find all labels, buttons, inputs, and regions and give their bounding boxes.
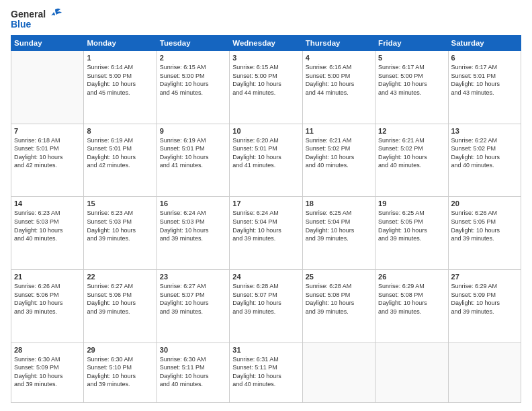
day-info: Sunrise: 6:30 AMSunset: 5:11 PMDaylight:… [160,355,226,389]
calendar-cell: 6Sunrise: 6:17 AMSunset: 5:01 PMDaylight… [448,51,521,124]
day-number: 24 [232,273,299,281]
calendar-cell: 30Sunrise: 6:30 AMSunset: 5:11 PMDayligh… [157,342,229,402]
logo-container: General Blue [11,8,62,30]
day-info: Sunrise: 6:24 AMSunset: 5:04 PMDaylight:… [232,209,299,242]
day-info: Sunrise: 6:21 AMSunset: 5:02 PMDaylight:… [378,136,445,170]
calendar-cell: 26Sunrise: 6:29 AMSunset: 5:08 PMDayligh… [375,269,448,342]
day-info: Sunrise: 6:28 AMSunset: 5:07 PMDaylight:… [232,282,299,316]
calendar-cell: 24Sunrise: 6:28 AMSunset: 5:07 PMDayligh… [230,269,302,342]
calendar-cell [302,342,375,402]
calendar-cell: 4Sunrise: 6:16 AMSunset: 5:00 PMDaylight… [302,51,375,124]
day-info: Sunrise: 6:17 AMSunset: 5:01 PMDaylight:… [451,63,518,97]
day-number: 26 [378,273,445,281]
weekday-header: Thursday [302,36,375,51]
calendar-cell: 28Sunrise: 6:30 AMSunset: 5:09 PMDayligh… [11,342,84,402]
day-number: 31 [232,346,299,354]
day-info: Sunrise: 6:26 AMSunset: 5:05 PMDaylight:… [451,209,518,242]
day-number: 1 [87,54,153,62]
day-number: 9 [160,127,226,135]
calendar-cell: 27Sunrise: 6:29 AMSunset: 5:09 PMDayligh… [448,269,521,342]
calendar-cell: 19Sunrise: 6:25 AMSunset: 5:05 PMDayligh… [375,197,448,270]
calendar-cell: 2Sunrise: 6:15 AMSunset: 5:00 PMDaylight… [157,51,229,124]
calendar-cell: 15Sunrise: 6:23 AMSunset: 5:03 PMDayligh… [84,197,157,270]
calendar-week-row: 14Sunrise: 6:23 AMSunset: 5:03 PMDayligh… [11,197,521,270]
day-info: Sunrise: 6:18 AMSunset: 5:01 PMDaylight:… [14,136,81,170]
calendar-week-row: 7Sunrise: 6:18 AMSunset: 5:01 PMDaylight… [11,124,521,197]
day-info: Sunrise: 6:27 AMSunset: 5:06 PMDaylight:… [87,282,153,316]
day-info: Sunrise: 6:29 AMSunset: 5:08 PMDaylight:… [378,282,445,316]
day-info: Sunrise: 6:15 AMSunset: 5:00 PMDaylight:… [160,63,226,97]
calendar-cell: 10Sunrise: 6:20 AMSunset: 5:01 PMDayligh… [230,124,302,197]
day-info: Sunrise: 6:24 AMSunset: 5:03 PMDaylight:… [160,209,226,242]
calendar-cell: 29Sunrise: 6:30 AMSunset: 5:10 PMDayligh… [84,342,157,402]
calendar-cell: 22Sunrise: 6:27 AMSunset: 5:06 PMDayligh… [84,269,157,342]
weekday-header: Tuesday [157,36,229,51]
day-info: Sunrise: 6:16 AMSunset: 5:00 PMDaylight:… [306,63,372,97]
day-number: 10 [232,127,299,135]
day-number: 18 [306,199,372,208]
calendar-cell: 1Sunrise: 6:14 AMSunset: 5:00 PMDaylight… [84,51,157,124]
day-info: Sunrise: 6:23 AMSunset: 5:03 PMDaylight:… [87,209,153,242]
calendar-cell [375,342,448,402]
day-number: 17 [232,199,299,208]
day-number: 25 [306,273,372,281]
calendar-cell: 12Sunrise: 6:21 AMSunset: 5:02 PMDayligh… [375,124,448,197]
page: General Blue SundayMondayTuesdayWednesda… [0,0,532,411]
calendar-cell [448,342,521,402]
calendar-cell: 16Sunrise: 6:24 AMSunset: 5:03 PMDayligh… [157,197,229,270]
day-info: Sunrise: 6:21 AMSunset: 5:02 PMDaylight:… [306,136,372,170]
day-number: 30 [160,346,226,354]
calendar-cell: 23Sunrise: 6:27 AMSunset: 5:07 PMDayligh… [157,269,229,342]
logo-general-text: General [11,9,46,19]
logo-blue-text: Blue [11,19,31,30]
day-info: Sunrise: 6:19 AMSunset: 5:01 PMDaylight:… [160,136,226,170]
day-info: Sunrise: 6:31 AMSunset: 5:11 PMDaylight:… [232,355,299,389]
calendar-cell: 7Sunrise: 6:18 AMSunset: 5:01 PMDaylight… [11,124,84,197]
day-number: 7 [14,127,81,135]
calendar-cell: 8Sunrise: 6:19 AMSunset: 5:01 PMDaylight… [84,124,157,197]
weekday-header: Wednesday [230,36,302,51]
day-number: 28 [14,346,81,354]
logo: General Blue [11,8,62,30]
calendar-cell: 13Sunrise: 6:22 AMSunset: 5:02 PMDayligh… [448,124,521,197]
day-info: Sunrise: 6:29 AMSunset: 5:09 PMDaylight:… [451,282,518,316]
calendar-week-row: 21Sunrise: 6:26 AMSunset: 5:06 PMDayligh… [11,269,521,342]
calendar-cell: 18Sunrise: 6:25 AMSunset: 5:04 PMDayligh… [302,197,375,270]
day-number: 22 [87,273,153,281]
day-number: 29 [87,346,153,354]
day-info: Sunrise: 6:15 AMSunset: 5:00 PMDaylight:… [232,63,299,97]
day-number: 16 [160,199,226,208]
day-info: Sunrise: 6:25 AMSunset: 5:05 PMDaylight:… [378,209,445,242]
calendar-cell: 31Sunrise: 6:31 AMSunset: 5:11 PMDayligh… [230,342,302,402]
weekday-header: Friday [375,36,448,51]
calendar-week-row: 1Sunrise: 6:14 AMSunset: 5:00 PMDaylight… [11,51,521,124]
calendar-cell [11,51,84,124]
calendar-cell: 5Sunrise: 6:17 AMSunset: 5:00 PMDaylight… [375,51,448,124]
day-info: Sunrise: 6:22 AMSunset: 5:02 PMDaylight:… [451,136,518,170]
day-number: 4 [306,54,372,62]
calendar-week-row: 28Sunrise: 6:30 AMSunset: 5:09 PMDayligh… [11,342,521,402]
calendar-cell: 20Sunrise: 6:26 AMSunset: 5:05 PMDayligh… [448,197,521,270]
day-number: 20 [451,199,518,208]
day-info: Sunrise: 6:23 AMSunset: 5:03 PMDaylight:… [14,209,81,242]
day-number: 15 [87,199,153,208]
calendar-cell: 14Sunrise: 6:23 AMSunset: 5:03 PMDayligh… [11,197,84,270]
day-number: 11 [306,127,372,135]
calendar-cell: 9Sunrise: 6:19 AMSunset: 5:01 PMDaylight… [157,124,229,197]
day-info: Sunrise: 6:25 AMSunset: 5:04 PMDaylight:… [306,209,372,242]
calendar-cell: 21Sunrise: 6:26 AMSunset: 5:06 PMDayligh… [11,269,84,342]
calendar-header-row: SundayMondayTuesdayWednesdayThursdayFrid… [11,36,521,51]
weekday-header: Sunday [11,36,84,51]
day-info: Sunrise: 6:30 AMSunset: 5:09 PMDaylight:… [14,355,81,389]
day-number: 14 [14,199,81,208]
day-number: 12 [378,127,445,135]
day-number: 3 [232,54,299,62]
day-number: 13 [451,127,518,135]
day-number: 21 [14,273,81,281]
weekday-header: Monday [84,36,157,51]
day-info: Sunrise: 6:26 AMSunset: 5:06 PMDaylight:… [14,282,81,316]
weekday-header: Saturday [448,36,521,51]
day-info: Sunrise: 6:19 AMSunset: 5:01 PMDaylight:… [87,136,153,170]
day-info: Sunrise: 6:20 AMSunset: 5:01 PMDaylight:… [232,136,299,170]
calendar-table: SundayMondayTuesdayWednesdayThursdayFrid… [11,35,521,403]
